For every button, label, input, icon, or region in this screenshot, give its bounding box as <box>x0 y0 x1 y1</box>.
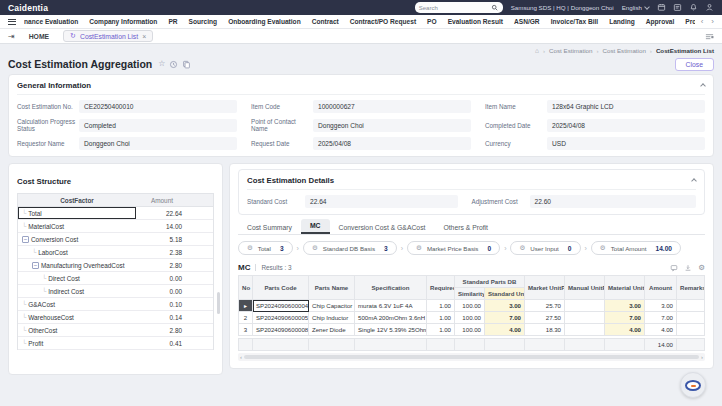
scroll-right-icon[interactable]: › <box>701 354 703 360</box>
parts-name-cell[interactable]: Zener Diode <box>309 324 355 336</box>
cost-structure-row[interactable]: └Total22.64 <box>18 207 213 220</box>
specification-cell[interactable]: 500mA 200mOhm 3.6nH <box>355 312 427 324</box>
language-selector[interactable]: English <box>622 4 649 11</box>
costfactor-cell[interactable]: └Profit <box>18 337 136 349</box>
menu-scroll-left-icon[interactable]: ‹ <box>701 17 704 26</box>
column-header-standard-parts-db[interactable]: Standard Parts DB <box>455 276 525 288</box>
material-unitprice-cell[interactable]: 7.00 <box>605 312 645 324</box>
column-header-manual-unitprice[interactable]: Manual UnitPrice <box>565 276 605 300</box>
costfactor-cell[interactable]: └WarehouseCost <box>18 311 136 323</box>
costfactor-column-header[interactable]: CostFactor <box>18 197 136 204</box>
global-search-input[interactable]: Search <box>415 2 503 13</box>
table-row[interactable]: ▸SP2024090600004Chip Capacitormurata 6.3… <box>239 300 705 312</box>
column-header-material-unitprice[interactable]: Material UnitPrice <box>605 276 645 300</box>
amount-cell[interactable]: 22.64 <box>136 210 188 217</box>
amount-cell[interactable]: 0.00 <box>136 275 188 282</box>
amount-cell[interactable]: 0.10 <box>136 301 188 308</box>
user-info[interactable]: Samsung SDS | HQ | Donggeon Choi <box>511 4 614 11</box>
remarks-cell[interactable] <box>677 300 705 312</box>
menu-item-nance-evaluation[interactable]: nance Evaluation <box>24 18 78 25</box>
parts-code-cell[interactable]: SP2024090600004 <box>253 300 309 312</box>
menu-item-invoice-tax-bill[interactable]: Invoice/Tax Bill <box>551 18 599 25</box>
settings-gear-icon[interactable]: ⚙ <box>698 264 705 272</box>
amount-cell[interactable]: 14.00 <box>136 223 188 230</box>
column-header-market-unitprice[interactable]: Market UnitPrice <box>525 276 565 300</box>
standard-unitprice-cell[interactable]: 3.00 <box>485 300 525 312</box>
column-header-amount[interactable]: Amount <box>645 276 677 300</box>
material-unitprice-cell[interactable]: 3.00 <box>605 300 645 312</box>
collapse-icon[interactable] <box>691 179 697 185</box>
collapse-icon[interactable] <box>700 83 706 89</box>
close-tab-icon[interactable]: × <box>142 33 146 40</box>
column-header-no[interactable]: No <box>239 276 253 300</box>
parts-name-cell[interactable]: Chip Capacitor <box>309 300 355 312</box>
cost-structure-row[interactable]: └WarehouseCost0.14 <box>18 311 213 324</box>
cost-structure-row[interactable]: └G&ACost0.10 <box>18 298 213 311</box>
menu-item-pr[interactable]: PR <box>168 18 177 25</box>
amount-cell[interactable]: 2.80 <box>136 262 188 269</box>
column-header-standard-unitprice[interactable]: Standard UnitPrice <box>485 288 525 300</box>
cost-structure-row[interactable]: └OtherCost2.80 <box>18 324 213 337</box>
amount-cell[interactable]: 0.41 <box>136 340 188 347</box>
cost-structure-row[interactable]: └MaterialCost14.00 <box>18 220 213 233</box>
remarks-cell[interactable] <box>677 312 705 324</box>
chatbot-button[interactable] <box>680 372 706 398</box>
menu-item-onboarding-evaluation[interactable]: Onboarding Evaluation <box>228 18 301 25</box>
menu-scroll-right-icon[interactable]: › <box>711 17 714 26</box>
amount-cell[interactable]: 0.00 <box>136 288 188 295</box>
tab-others-profit[interactable]: Others & Profit <box>434 221 497 234</box>
cost-structure-row[interactable]: −Conversion Cost5.18 <box>18 233 213 246</box>
breadcrumb-item[interactable]: Cost Estimation <box>603 47 646 54</box>
similarity-cell[interactable]: 100.00 <box>455 300 485 312</box>
tab-costestimation-list[interactable]: ↻ CostEstimation List × <box>63 30 153 42</box>
menu-item-asn-gr[interactable]: ASN/GR <box>514 18 540 25</box>
tab-conversion-cost-g-acost[interactable]: Conversion Cost & G&ACost <box>330 221 435 234</box>
specification-cell[interactable]: murata 6.3V 1uF 4A <box>355 300 427 312</box>
costfactor-cell[interactable]: └G&ACost <box>18 298 136 310</box>
vertical-scrollbar[interactable] <box>217 292 220 314</box>
required-qty-cell[interactable]: 1.00 <box>427 312 455 324</box>
column-header-required-qty[interactable]: Required Qty <box>427 276 455 300</box>
costfactor-cell[interactable]: └OtherCost <box>18 324 136 336</box>
cost-structure-row[interactable]: └Profit0.41 <box>18 337 213 350</box>
amount-cell[interactable]: 2.80 <box>136 327 188 334</box>
tab-home[interactable]: HOME <box>23 31 55 42</box>
cost-structure-row[interactable]: └LaborCost2.38 <box>18 246 213 259</box>
tree-collapse-icon[interactable]: − <box>32 262 39 269</box>
parts-code-cell[interactable]: SP2024090600008 <box>253 324 309 336</box>
manual-unitprice-cell[interactable] <box>565 300 605 312</box>
row-number-cell[interactable]: 2 <box>239 312 253 324</box>
costfactor-cell[interactable]: └LaborCost <box>18 246 136 258</box>
menu-item-landing[interactable]: Landing <box>609 18 635 25</box>
column-header-similarity[interactable]: Similarity <box>455 288 485 300</box>
pill-total-amount[interactable]: ⚙Total Amount14.00 <box>591 241 681 255</box>
menu-item-po[interactable]: PO <box>427 18 437 25</box>
parts-name-cell[interactable]: Chip Inductor <box>309 312 355 324</box>
table-row[interactable]: 2SP2024090600005Chip Inductor500mA 200mO… <box>239 312 705 324</box>
search-icon[interactable] <box>491 4 499 12</box>
amount-column-header[interactable]: Amount <box>136 197 188 204</box>
cost-structure-row[interactable]: −Manufacturing OverheadCost2.80 <box>18 259 213 272</box>
copy-icon[interactable] <box>182 60 191 69</box>
tab-list-icon[interactable] <box>705 32 714 41</box>
manual-unitprice-cell[interactable] <box>565 324 605 336</box>
amount-cell[interactable]: 3.00 <box>645 300 677 312</box>
tab-cost-summary[interactable]: Cost Summary <box>238 221 301 234</box>
remarks-cell[interactable] <box>677 324 705 336</box>
column-header-remarks[interactable]: Remarks <box>677 276 705 300</box>
cost-structure-row[interactable]: └Indirect Cost0.00 <box>18 285 213 298</box>
costfactor-cell[interactable]: └Total <box>18 207 136 219</box>
required-qty-cell[interactable]: 1.00 <box>427 324 455 336</box>
column-header-parts-code[interactable]: Parts Code <box>253 276 309 300</box>
home-icon[interactable]: ⌂ <box>535 47 539 54</box>
pill-user-input[interactable]: ⚙User Input0 <box>510 241 580 255</box>
pill-standard-db-basis[interactable]: ⚙Standard DB Basis3 <box>303 241 397 255</box>
standard-unitprice-cell[interactable]: 4.00 <box>485 324 525 336</box>
menu-item-company-information[interactable]: Company Information <box>89 18 157 25</box>
manual-unitprice-cell[interactable] <box>565 312 605 324</box>
breadcrumb-item[interactable]: CostEstimation List <box>656 47 714 54</box>
material-unitprice-cell[interactable]: 4.00 <box>605 324 645 336</box>
bell-icon[interactable] <box>689 3 698 12</box>
menu-item-evaluation-result[interactable]: Evaluation Result <box>448 18 503 25</box>
menu-item-approval[interactable]: Approval <box>646 18 675 25</box>
